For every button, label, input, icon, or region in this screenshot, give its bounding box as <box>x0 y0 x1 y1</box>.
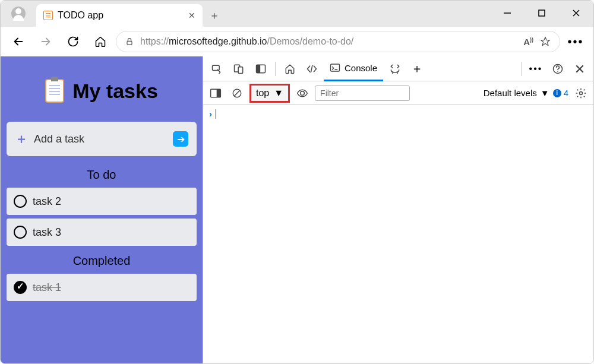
svg-rect-10 <box>331 64 340 71</box>
browser-tab[interactable]: TODO app ✕ <box>36 4 203 27</box>
console-tab-label: Console <box>345 63 377 73</box>
console-icon <box>330 62 340 73</box>
todo-app: My tasks ＋ Add a task ➔ To do task 2 tas… <box>1 56 203 364</box>
issues-button[interactable]: i 4 <box>553 88 568 98</box>
svg-rect-9 <box>257 65 261 72</box>
filter-input[interactable] <box>315 86 410 101</box>
maximize-button[interactable] <box>525 3 559 23</box>
task-label: task 3 <box>33 226 61 239</box>
task-label: task 1 <box>33 281 61 294</box>
console-settings-button[interactable] <box>572 84 590 102</box>
issues-count: 4 <box>564 88 568 98</box>
main: My tasks ＋ Add a task ➔ To do task 2 tas… <box>1 56 593 364</box>
task-checkbox-checked[interactable] <box>14 281 27 294</box>
sources-tab[interactable] <box>385 59 405 79</box>
window-controls <box>490 1 593 27</box>
context-selector[interactable]: top ▼ <box>249 84 290 103</box>
minimize-button[interactable] <box>490 3 525 23</box>
tab-close-button[interactable]: ✕ <box>188 11 195 20</box>
lock-icon <box>125 37 134 46</box>
svg-point-19 <box>580 91 583 94</box>
close-window-button[interactable] <box>559 3 593 23</box>
help-button[interactable] <box>548 59 568 79</box>
console-tab[interactable]: Console <box>324 56 383 81</box>
console-toolbar: top ▼ Default levels ▼ i 4 <box>203 81 593 105</box>
add-task-input[interactable]: ＋ Add a task ➔ <box>7 122 197 156</box>
app-header: My tasks <box>7 62 197 117</box>
dropdown-icon: ▼ <box>541 88 549 98</box>
console-prompt[interactable]: › <box>209 109 587 119</box>
profile-icon <box>11 7 26 21</box>
device-toggle-button[interactable] <box>229 59 249 79</box>
clear-console-button[interactable] <box>228 84 246 102</box>
tab-title: TODO app <box>58 10 103 21</box>
submit-task-button[interactable]: ➔ <box>173 131 188 147</box>
devtools-tabs: Console ＋ ••• <box>203 56 593 81</box>
add-task-placeholder: Add a task <box>34 133 167 145</box>
levels-label: Default levels <box>484 88 537 98</box>
svg-rect-1 <box>539 10 545 16</box>
clipboard-icon <box>45 79 64 103</box>
elements-tab[interactable] <box>302 59 322 79</box>
profile-button[interactable] <box>1 1 36 27</box>
plus-icon: ＋ <box>15 130 28 148</box>
devtools: Console ＋ ••• top ▼ <box>203 56 593 364</box>
devtools-menu-button[interactable]: ••• <box>526 59 546 79</box>
completed-section-title: Completed <box>7 254 197 268</box>
devtools-close-button[interactable] <box>570 59 590 79</box>
cursor <box>216 109 216 119</box>
url-text: https://microsoftedge.github.io/Demos/de… <box>140 36 517 47</box>
inspect-button[interactable] <box>207 59 227 79</box>
app-title: My tasks <box>72 80 158 103</box>
svg-rect-4 <box>127 41 132 45</box>
address-bar[interactable]: https://microsoftedge.github.io/Demos/de… <box>116 31 560 52</box>
svg-rect-5 <box>213 65 220 70</box>
svg-point-18 <box>301 91 305 95</box>
task-item[interactable]: task 1 <box>7 274 197 301</box>
task-item[interactable]: task 2 <box>7 188 197 215</box>
back-button[interactable] <box>7 30 30 53</box>
refresh-button[interactable] <box>61 30 85 53</box>
favorite-icon[interactable] <box>539 36 551 48</box>
tab-favicon-icon <box>43 11 53 20</box>
task-checkbox[interactable] <box>14 195 27 208</box>
dropdown-icon: ▼ <box>274 88 283 99</box>
welcome-tab[interactable] <box>280 59 300 79</box>
svg-rect-15 <box>217 89 221 97</box>
prompt-chevron-icon: › <box>209 109 212 119</box>
titlebar: TODO app ✕ ＋ <box>1 1 593 27</box>
more-tabs-button[interactable]: ＋ <box>407 59 427 79</box>
todo-section-title: To do <box>7 168 197 182</box>
forward-button[interactable] <box>34 30 58 53</box>
live-expression-button[interactable] <box>293 84 311 102</box>
menu-button[interactable]: ••• <box>564 30 587 53</box>
svg-rect-7 <box>238 67 243 73</box>
new-tab-button[interactable]: ＋ <box>203 4 226 27</box>
navbar: https://microsoftedge.github.io/Demos/de… <box>1 27 593 56</box>
log-levels-dropdown[interactable]: Default levels ▼ <box>484 88 549 98</box>
console-body[interactable]: › <box>203 105 593 364</box>
home-button[interactable] <box>89 30 112 53</box>
task-label: task 2 <box>33 195 61 208</box>
read-aloud-icon[interactable]: A)) <box>523 37 533 47</box>
svg-line-17 <box>235 90 240 96</box>
task-checkbox[interactable] <box>14 226 27 239</box>
dock-button[interactable] <box>251 59 271 79</box>
task-item[interactable]: task 3 <box>7 219 197 246</box>
issues-icon: i <box>553 89 561 97</box>
context-label: top <box>256 88 269 99</box>
toggle-sidebar-button[interactable] <box>207 84 225 102</box>
